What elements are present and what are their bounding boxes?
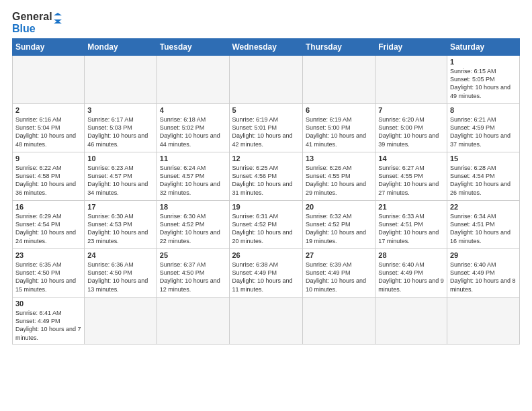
day-info: Sunrise: 6:21 AM Sunset: 4:59 PM Dayligh… — [450, 116, 517, 148]
day-info: Sunrise: 6:27 AM Sunset: 4:55 PM Dayligh… — [378, 164, 444, 197]
day-cell: 24Sunrise: 6:36 AM Sunset: 4:50 PM Dayli… — [85, 249, 157, 298]
day-cell — [229, 298, 302, 345]
day-info: Sunrise: 6:40 AM Sunset: 4:49 PM Dayligh… — [450, 261, 517, 293]
day-number: 21 — [378, 203, 444, 211]
day-number: 4 — [160, 106, 226, 114]
day-cell — [85, 56, 157, 104]
day-number: 22 — [450, 203, 517, 211]
day-cell: 16Sunrise: 6:29 AM Sunset: 4:54 PM Dayli… — [13, 201, 85, 249]
day-number: 26 — [232, 251, 300, 259]
logo-blue: Blue — [12, 23, 36, 35]
logo: General Blue — [12, 11, 66, 34]
day-info: Sunrise: 6:23 AM Sunset: 4:57 PM Dayligh… — [87, 164, 153, 197]
day-cell — [13, 56, 85, 104]
day-info: Sunrise: 6:16 AM Sunset: 5:04 PM Dayligh… — [15, 116, 81, 148]
day-cell — [375, 298, 447, 345]
day-cell: 8Sunrise: 6:21 AM Sunset: 4:59 PM Daylig… — [447, 104, 519, 152]
day-number: 7 — [378, 106, 444, 114]
day-cell: 27Sunrise: 6:39 AM Sunset: 4:49 PM Dayli… — [302, 249, 375, 298]
day-cell: 25Sunrise: 6:37 AM Sunset: 4:50 PM Dayli… — [157, 249, 229, 298]
weekday-header-thursday: Thursday — [302, 39, 375, 56]
day-info: Sunrise: 6:19 AM Sunset: 5:00 PM Dayligh… — [306, 116, 372, 148]
day-info: Sunrise: 6:22 AM Sunset: 4:58 PM Dayligh… — [15, 164, 81, 197]
day-info: Sunrise: 6:28 AM Sunset: 4:54 PM Dayligh… — [450, 164, 517, 197]
week-row-5: 23Sunrise: 6:35 AM Sunset: 4:50 PM Dayli… — [13, 249, 520, 298]
day-info: Sunrise: 6:40 AM Sunset: 4:49 PM Dayligh… — [378, 261, 444, 293]
day-number: 17 — [87, 203, 153, 211]
day-number: 13 — [306, 154, 372, 163]
week-row-4: 16Sunrise: 6:29 AM Sunset: 4:54 PM Dayli… — [13, 201, 520, 249]
svg-marker-2 — [54, 21, 62, 24]
day-number: 28 — [378, 251, 444, 259]
day-info: Sunrise: 6:41 AM Sunset: 4:49 PM Dayligh… — [15, 309, 81, 342]
day-info: Sunrise: 6:25 AM Sunset: 4:56 PM Dayligh… — [232, 164, 300, 197]
day-info: Sunrise: 6:29 AM Sunset: 4:54 PM Dayligh… — [15, 212, 81, 245]
day-number: 10 — [87, 154, 153, 163]
day-cell: 18Sunrise: 6:30 AM Sunset: 4:52 PM Dayli… — [157, 201, 229, 249]
weekday-header-friday: Friday — [375, 39, 447, 56]
day-cell: 22Sunrise: 6:34 AM Sunset: 4:51 PM Dayli… — [447, 201, 519, 249]
day-cell — [157, 298, 229, 345]
logo-general: General — [12, 11, 52, 23]
weekday-header-tuesday: Tuesday — [157, 39, 229, 56]
week-row-6: 30Sunrise: 6:41 AM Sunset: 4:49 PM Dayli… — [13, 298, 520, 345]
day-info: Sunrise: 6:37 AM Sunset: 4:50 PM Dayligh… — [160, 261, 226, 293]
day-cell: 15Sunrise: 6:28 AM Sunset: 4:54 PM Dayli… — [447, 152, 519, 201]
day-cell — [375, 56, 447, 104]
day-number: 29 — [450, 251, 517, 259]
day-cell: 17Sunrise: 6:30 AM Sunset: 4:53 PM Dayli… — [85, 201, 157, 249]
day-info: Sunrise: 6:30 AM Sunset: 4:52 PM Dayligh… — [160, 212, 226, 245]
day-info: Sunrise: 6:31 AM Sunset: 4:52 PM Dayligh… — [232, 212, 300, 245]
day-number: 19 — [232, 203, 300, 211]
day-cell: 19Sunrise: 6:31 AM Sunset: 4:52 PM Dayli… — [229, 201, 302, 249]
weekday-header-monday: Monday — [85, 39, 157, 56]
day-number: 16 — [15, 203, 81, 211]
week-row-3: 9Sunrise: 6:22 AM Sunset: 4:58 PM Daylig… — [13, 152, 520, 201]
day-number: 27 — [306, 251, 372, 259]
day-cell: 2Sunrise: 6:16 AM Sunset: 5:04 PM Daylig… — [13, 104, 85, 152]
day-info: Sunrise: 6:26 AM Sunset: 4:55 PM Dayligh… — [306, 164, 372, 197]
weekday-header-row: SundayMondayTuesdayWednesdayThursdayFrid… — [13, 39, 520, 56]
page: General Blue SundayMondayTuesdayWednesda… — [0, 0, 532, 351]
day-cell: 20Sunrise: 6:32 AM Sunset: 4:52 PM Dayli… — [302, 201, 375, 249]
day-info: Sunrise: 6:18 AM Sunset: 5:02 PM Dayligh… — [160, 116, 226, 148]
day-number: 20 — [306, 203, 372, 211]
day-info: Sunrise: 6:38 AM Sunset: 4:49 PM Dayligh… — [232, 261, 300, 293]
day-number: 14 — [378, 154, 444, 163]
day-number: 9 — [15, 154, 81, 163]
day-cell — [302, 56, 375, 104]
day-number: 30 — [15, 300, 81, 308]
day-cell: 11Sunrise: 6:24 AM Sunset: 4:57 PM Dayli… — [157, 152, 229, 201]
day-cell: 26Sunrise: 6:38 AM Sunset: 4:49 PM Dayli… — [229, 249, 302, 298]
logo-arrow-icon — [54, 13, 66, 33]
day-cell: 29Sunrise: 6:40 AM Sunset: 4:49 PM Dayli… — [447, 249, 519, 298]
day-cell: 6Sunrise: 6:19 AM Sunset: 5:00 PM Daylig… — [302, 104, 375, 152]
day-number: 18 — [160, 203, 226, 211]
day-cell: 12Sunrise: 6:25 AM Sunset: 4:56 PM Dayli… — [229, 152, 302, 201]
day-number: 2 — [15, 106, 81, 114]
day-info: Sunrise: 6:32 AM Sunset: 4:52 PM Dayligh… — [306, 212, 372, 245]
day-cell — [447, 298, 519, 345]
day-number: 24 — [87, 251, 153, 259]
weekday-header-sunday: Sunday — [13, 39, 85, 56]
day-cell: 1Sunrise: 6:15 AM Sunset: 5:05 PM Daylig… — [447, 56, 519, 104]
day-cell: 13Sunrise: 6:26 AM Sunset: 4:55 PM Dayli… — [302, 152, 375, 201]
day-number: 15 — [450, 154, 517, 163]
day-info: Sunrise: 6:20 AM Sunset: 5:00 PM Dayligh… — [378, 116, 444, 148]
day-number: 1 — [450, 58, 517, 66]
day-number: 11 — [160, 154, 226, 163]
weekday-header-wednesday: Wednesday — [229, 39, 302, 56]
day-number: 3 — [87, 106, 153, 114]
day-number: 23 — [15, 251, 81, 259]
day-cell — [157, 56, 229, 104]
svg-marker-0 — [54, 13, 62, 15]
day-cell — [229, 56, 302, 104]
day-info: Sunrise: 6:30 AM Sunset: 4:53 PM Dayligh… — [87, 212, 153, 245]
weekday-header-saturday: Saturday — [447, 39, 519, 56]
day-info: Sunrise: 6:34 AM Sunset: 4:51 PM Dayligh… — [450, 212, 517, 245]
week-row-1: 1Sunrise: 6:15 AM Sunset: 5:05 PM Daylig… — [13, 56, 520, 104]
day-info: Sunrise: 6:36 AM Sunset: 4:50 PM Dayligh… — [87, 261, 153, 293]
day-cell: 5Sunrise: 6:19 AM Sunset: 5:01 PM Daylig… — [229, 104, 302, 152]
day-cell: 21Sunrise: 6:33 AM Sunset: 4:51 PM Dayli… — [375, 201, 447, 249]
header: General Blue — [12, 11, 520, 34]
